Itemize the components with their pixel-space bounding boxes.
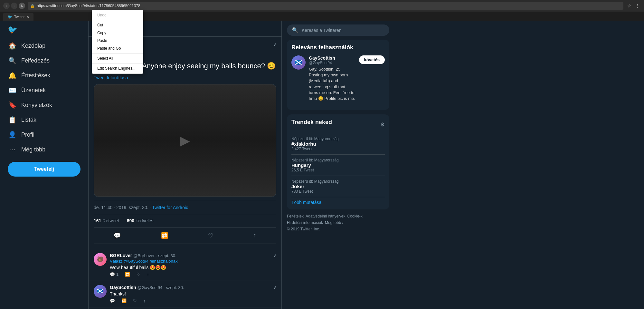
footer-links: Feltételek Adatvédelmi irányelvek Cookie…	[287, 214, 389, 225]
trend-item-3[interactable]: Népszerű itt: Magyarország Joker 783 E T…	[291, 176, 385, 197]
footer-privacy[interactable]: Adatvédelmi irányelvek	[306, 214, 345, 218]
trend-count-1: 2 427 Tweet	[291, 147, 385, 151]
footer-cookies[interactable]: Cookie-k	[347, 214, 362, 218]
relevant-avatar-1[interactable]: 🏴󠁧󠁢󠁳󠁣󠁴󠁿	[291, 55, 306, 70]
reply-actions-2: 💬 🔁 ♡ ↑	[110, 298, 276, 303]
context-menu-divider-3	[92, 63, 143, 63]
context-menu-paste[interactable]: Paste	[92, 37, 143, 44]
reply-like-btn-1[interactable]: ♡	[137, 272, 140, 277]
explore-icon: 🔍	[8, 57, 16, 64]
tweet-compose-button[interactable]: Tweetelj	[8, 162, 80, 177]
relevant-users-section: Releváns felhasználók 🏴󠁧󠁢󠁳󠁣󠁴󠁿 GayScottis…	[287, 40, 389, 110]
reply-retweet-btn-1[interactable]: 🔁	[125, 272, 130, 277]
context-menu-cut[interactable]: Cut	[92, 21, 143, 29]
reply-retweet-btn-2[interactable]: 🔁	[121, 298, 127, 303]
trend-location-3: Népszerű itt: Magyarország	[291, 179, 385, 184]
trend-item-1[interactable]: Népszerű itt: Magyarország #xfaktorhu 2 …	[291, 133, 385, 155]
reload-button[interactable]: ↻	[19, 3, 25, 9]
tweet-options-button[interactable]: ∨	[273, 42, 276, 47]
context-menu-edit-engines[interactable]: Edit Search Engines...	[92, 64, 143, 72]
search-input[interactable]	[302, 28, 384, 33]
context-menu-paste-go[interactable]: Paste and Go	[92, 44, 143, 52]
follow-button-1[interactable]: követés	[359, 55, 385, 64]
reply-options-2[interactable]: ∨	[273, 285, 276, 290]
sidebar-item-messages[interactable]: ✉️ Üzenetek	[4, 83, 84, 97]
tweet-translate-link[interactable]: Tweet lefordítása	[94, 75, 276, 80]
footer-terms[interactable]: Feltételek	[287, 214, 304, 218]
right-sidebar: 🔍 Releváns felhasználók 🏴󠁧󠁢󠁳󠁣󠁴󠁿 GayScott…	[282, 21, 394, 309]
profile-icon: 👤	[8, 131, 16, 139]
reply-handle-1: @BgrLover	[133, 253, 155, 258]
forward-button[interactable]: ›	[11, 3, 17, 9]
reply-avatar-2[interactable]: 🏴󠁧󠁢󠁳󠁣󠁴󠁿	[94, 285, 107, 298]
context-menu-select-all[interactable]: Select All	[92, 54, 143, 62]
media-placeholder: ▶	[94, 84, 276, 197]
reply-to-label-1: felhasználónak	[150, 259, 178, 264]
search-box[interactable]: 🔍	[287, 24, 389, 36]
show-more-trends[interactable]: Több mutatása	[291, 200, 385, 205]
twitter-logo: 🐦	[4, 21, 84, 39]
lists-icon: 📋	[8, 116, 16, 124]
sidebar-item-profile[interactable]: 👤 Profil	[4, 128, 84, 142]
reply-share-btn-2[interactable]: ↑	[143, 298, 146, 303]
reply-handle-2: @GayScot94	[137, 285, 163, 290]
active-tab[interactable]: 🐦 Twitter ✕	[3, 13, 33, 21]
reply-button[interactable]: 💬	[112, 230, 123, 241]
sidebar-item-more[interactable]: ⋯ Még több	[4, 142, 84, 157]
reply-author-name-1: BGRLover	[110, 253, 132, 258]
like-stat[interactable]: 690 kedvelés	[127, 218, 154, 223]
sidebar-label-profile: Profil	[21, 131, 34, 138]
trend-item-2[interactable]: Népszerű itt: Magyarország Hungary 26,5 …	[291, 155, 385, 176]
sidebar-label-home: Kezdőlap	[21, 43, 45, 49]
context-menu-undo[interactable]: Undo	[92, 11, 143, 19]
reply-options-1[interactable]: ∨	[273, 253, 276, 258]
star-button[interactable]: ☆	[626, 3, 632, 9]
relevant-user-bio-1: Gay. Scottish. 25. Posting my own porn (…	[309, 66, 356, 101]
address-bar[interactable]: 🔒 https://twitter.com/GayScot94/status/1…	[28, 2, 623, 10]
reply-reply-btn-2[interactable]: 💬	[110, 298, 115, 303]
sidebar-item-home[interactable]: 🏠 Kezdőlap	[4, 39, 84, 53]
retweet-stat[interactable]: 161 Retweet	[94, 218, 119, 223]
footer-copyright: © 2019 Twitter, Inc.	[287, 227, 389, 231]
sidebar-item-explore[interactable]: 🔍 Felfedezés	[4, 53, 84, 68]
reply-avatar-1[interactable]: 🐻	[94, 253, 107, 266]
sidebar-item-bookmarks[interactable]: 🔖 Könyvjelzők	[4, 98, 84, 112]
relevant-user-name-1: GayScottish	[309, 55, 356, 61]
relevant-users-title: Releváns felhasználók	[291, 44, 385, 51]
tweet-media[interactable]: ▶	[94, 84, 276, 197]
like-button[interactable]: ♡	[206, 230, 215, 241]
gear-icon[interactable]: ⚙	[380, 121, 385, 128]
relevant-user-1: 🏴󠁧󠁢󠁳󠁣󠁴󠁿 GayScottish @GayScot94 Gay. Scot…	[291, 55, 385, 101]
share-button[interactable]: ↑	[251, 230, 258, 241]
reply-date-val-1: szept. 30.	[158, 253, 176, 258]
reply-text-1: Wow beautiful balls 😍😍😍	[110, 265, 276, 270]
trends-section: Trendek neked ⚙ Népszerű itt: Magyarorsz…	[287, 114, 389, 209]
footer-more[interactable]: Még több ›	[325, 220, 343, 225]
reply-reply-btn-1[interactable]: 💬 1	[110, 272, 118, 277]
url-text: https://twitter.com/GayScot94/status/117…	[37, 4, 621, 8]
retweet-label: Retweet	[102, 218, 119, 223]
context-menu-copy[interactable]: Copy	[92, 29, 143, 37]
tweet-via-link[interactable]: Twitter for Android	[152, 205, 188, 210]
trends-header: Trendek neked ⚙	[291, 119, 385, 130]
back-button[interactable]: ‹	[3, 3, 10, 9]
retweet-button[interactable]: 🔁	[159, 230, 170, 241]
context-menu: Undo Cut Copy Paste Paste and Go Select …	[92, 10, 143, 74]
home-icon: 🏠	[8, 42, 16, 50]
tab-close-button[interactable]: ✕	[26, 15, 29, 19]
retweet-count: 161	[94, 218, 101, 223]
bookmarks-icon: 🔖	[8, 101, 16, 109]
reply-author-name-2: GayScottish	[110, 285, 136, 290]
sidebar-label-lists: Listák	[21, 117, 36, 123]
reply-mention-1: Válasz @GayScot94 felhasználónak	[110, 259, 276, 264]
reply-text-2: Thanks!	[110, 291, 276, 296]
sidebar-item-lists[interactable]: 📋 Listák	[4, 113, 84, 127]
messages-icon: ✉️	[8, 86, 16, 94]
footer-ads[interactable]: Hirdetési információk	[287, 220, 323, 225]
sidebar-item-notifications[interactable]: 🔔 Értesítések	[4, 68, 84, 82]
more-button[interactable]: ⋮	[634, 3, 641, 9]
reply-share-btn-1[interactable]: ↑	[147, 272, 149, 277]
reply-like-btn-2[interactable]: ♡	[133, 298, 137, 303]
tweet-actions: 💬 🔁 ♡ ↑	[94, 227, 276, 244]
reply-author-info-2: GayScottish @GayScot94 · szept. 30.	[110, 285, 184, 290]
